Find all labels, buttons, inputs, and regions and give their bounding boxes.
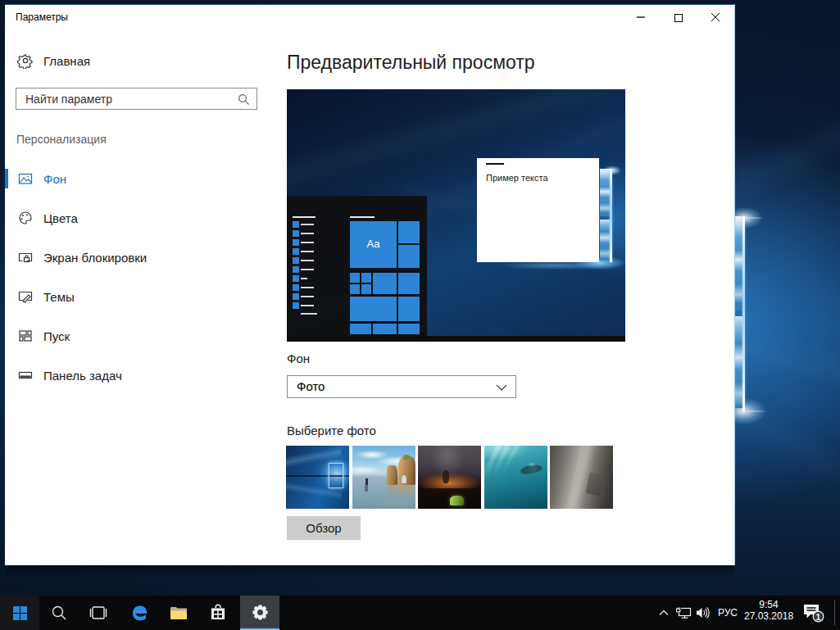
svg-text:1: 1 xyxy=(816,611,821,621)
